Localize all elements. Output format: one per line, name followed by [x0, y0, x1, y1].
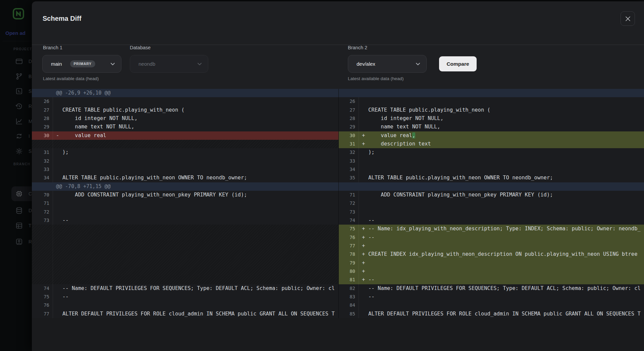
line-content: name text NOT NULL,	[53, 123, 338, 131]
database-select[interactable]: neondb	[130, 55, 208, 73]
line-content: CREATE TABLE public.playing_with_neon (	[359, 106, 644, 114]
diff-context-row: 33	[32, 165, 338, 174]
added-marker: +	[362, 242, 365, 250]
diff-added-row: 76+--	[339, 233, 644, 242]
line-number: 82	[339, 284, 359, 293]
line-content	[53, 157, 338, 165]
diff-spacer-row	[32, 276, 338, 284]
line-number: 33	[32, 165, 53, 174]
diff-context-row: 34	[339, 165, 644, 174]
branch1-caption: Latest available data (head)	[43, 76, 99, 81]
line-number	[32, 242, 53, 250]
line-number: 33	[339, 157, 359, 165]
branch2-select[interactable]: dev/alex	[348, 55, 427, 73]
line-number: 79	[339, 259, 359, 267]
header-divider	[32, 45, 644, 45]
line-number: 32	[32, 157, 53, 165]
branch1-select[interactable]: main PRIMARY	[42, 55, 121, 73]
line-number: 75	[32, 293, 53, 301]
diff-context-row: 82-- Name: DEFAULT PRIVILEGES FOR SEQUEN…	[339, 284, 644, 293]
diff-context-row: 73	[339, 208, 644, 216]
modal-backdrop[interactable]	[0, 0, 32, 351]
added-marker: +	[362, 233, 365, 242]
diff-context-row: 31);	[32, 148, 338, 157]
line-content	[359, 301, 644, 309]
line-content: --	[53, 216, 338, 225]
line-number: 34	[339, 165, 359, 174]
diff-context-row: 29 name text NOT NULL,	[339, 123, 644, 131]
line-content: ALTER TABLE public.playing_with_neon OWN…	[53, 174, 338, 182]
line-content	[53, 199, 338, 208]
diff-context-row: 76	[32, 301, 338, 309]
compare-button[interactable]: Compare	[439, 56, 477, 71]
diff-pane-branch2: 2627CREATE TABLE public.playing_with_neo…	[338, 89, 644, 318]
diff-context-row: 84	[339, 301, 644, 309]
hunk-header-row: @@ -70,8 +71,15 @@	[32, 182, 338, 191]
line-content	[53, 267, 338, 276]
branch2-caption: Latest available data (head)	[348, 76, 404, 81]
chevron-down-icon	[415, 61, 421, 67]
modal-footer-area	[32, 318, 644, 351]
diff-context-row: 27CREATE TABLE public.playing_with_neon …	[339, 106, 644, 114]
line-content: +	[359, 267, 644, 276]
hunk-header-row	[339, 89, 644, 97]
primary-badge: PRIMARY	[70, 60, 96, 67]
line-content	[53, 225, 338, 233]
line-content: id integer NOT NULL,	[53, 114, 338, 123]
diff-pane-branch1: @@ -26,9 +26,10 @@2627CREATE TABLE publi…	[32, 89, 338, 318]
line-content	[53, 208, 338, 216]
line-number: 83	[339, 293, 359, 301]
line-content: - value real	[53, 131, 338, 140]
line-content: +	[359, 242, 644, 250]
line-number: 72	[339, 199, 359, 208]
diff-context-row: 72	[339, 199, 644, 208]
line-content	[359, 208, 644, 216]
line-content: + value real,	[359, 131, 644, 140]
line-content: + description text	[359, 140, 644, 148]
close-button[interactable]	[621, 11, 635, 26]
line-number: 27	[32, 106, 53, 114]
line-content	[53, 259, 338, 267]
line-number: 28	[339, 114, 359, 123]
line-number: 73	[339, 208, 359, 216]
app-screen: Open ad PROJECT BRANCH DBSRMISCDTR Schem…	[0, 0, 644, 351]
hunk-header-row: @@ -26,9 +26,10 @@	[32, 89, 338, 97]
line-number: 31	[339, 140, 359, 148]
line-content	[359, 97, 644, 106]
line-number: 76	[339, 233, 359, 242]
line-number: 81	[339, 276, 359, 284]
line-number: 80	[339, 267, 359, 276]
line-content	[53, 233, 338, 242]
diff-spacer-row	[32, 242, 338, 250]
diff-context-row: 71	[32, 199, 338, 208]
line-number: 34	[32, 174, 53, 182]
diff-spacer-row	[32, 250, 338, 258]
diff-added-row: 77+	[339, 242, 644, 250]
hunk-header-row	[339, 182, 644, 191]
line-content	[53, 276, 338, 284]
line-number: 29	[32, 123, 53, 131]
diff-spacer-row	[32, 140, 338, 148]
line-number: 35	[339, 174, 359, 182]
diff-context-row: 71 ADD CONSTRAINT playing_with_neon_pkey…	[339, 191, 644, 199]
diff-context-row: 72	[32, 208, 338, 216]
diff-spacer-row	[32, 259, 338, 267]
line-content: ALTER TABLE public.playing_with_neon OWN…	[359, 174, 644, 182]
line-content: ADD CONSTRAINT playing_with_neon_pkey PR…	[53, 191, 338, 199]
line-content: name text NOT NULL,	[359, 123, 644, 131]
diff-context-row: 75--	[32, 293, 338, 301]
line-content: +	[359, 259, 644, 267]
line-content	[53, 97, 338, 106]
close-icon	[625, 16, 631, 22]
line-content: --	[53, 293, 338, 301]
diff-context-row: 26	[339, 97, 644, 106]
added-marker: +	[362, 259, 365, 267]
branch1-label: Branch 1	[43, 45, 62, 50]
line-content: --	[359, 293, 644, 301]
diff-context-row: 74--	[339, 216, 644, 225]
line-content: ADD CONSTRAINT playing_with_neon_pkey PR…	[359, 191, 644, 199]
line-number: 74	[32, 284, 53, 293]
schema-diff-view: @@ -26,9 +26,10 @@2627CREATE TABLE publi…	[32, 89, 644, 318]
line-content: );	[53, 148, 338, 157]
diff-context-row: 83--	[339, 293, 644, 301]
